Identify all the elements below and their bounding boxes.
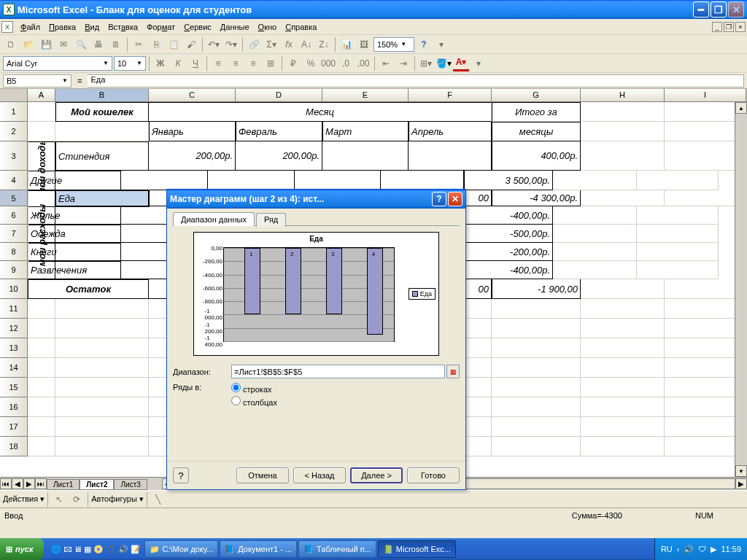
fill-color-icon[interactable]: 🪣▾: [436, 55, 452, 71]
cancel-button[interactable]: Отмена: [236, 467, 289, 483]
dialog-titlebar[interactable]: Мастер диаграмм (шаг 2 из 4): ист... ? ✕: [167, 190, 465, 209]
ql-icon[interactable]: 🖥: [74, 545, 82, 554]
underline-icon[interactable]: Ч: [187, 55, 204, 71]
task-excel[interactable]: 📗 Microsoft Exc...: [378, 540, 456, 558]
task-word[interactable]: 📘 Документ1 - ...: [220, 540, 297, 558]
ql-icon[interactable]: 🎵: [106, 545, 116, 554]
comma-icon[interactable]: 000: [320, 55, 336, 71]
toolbar-options-icon[interactable]: ▾: [433, 36, 449, 52]
doc-close-button[interactable]: ×: [735, 22, 746, 32]
align-right-icon[interactable]: ≡: [245, 55, 261, 71]
align-left-icon[interactable]: ≡: [210, 55, 226, 71]
workbook-icon[interactable]: X: [1, 21, 13, 33]
sheet-tab-3[interactable]: Лист3: [114, 479, 147, 490]
next-button[interactable]: Далее >: [350, 467, 403, 483]
vertical-scrollbar[interactable]: ▲ ▼: [735, 102, 747, 477]
help-icon[interactable]: ?: [416, 36, 432, 52]
dialog-close-button[interactable]: ✕: [448, 192, 462, 206]
paste-icon[interactable]: 📋: [166, 36, 182, 52]
zoom-box[interactable]: 150%▼: [374, 37, 414, 52]
menu-help[interactable]: Справка: [281, 21, 321, 33]
ql-icon[interactable]: 🔊: [118, 545, 128, 554]
dec-indent-icon[interactable]: ⇤: [378, 55, 394, 71]
sort-desc-icon[interactable]: Z↓: [316, 36, 332, 52]
dec-decimal-icon[interactable]: ,00: [355, 55, 371, 71]
start-button[interactable]: ⊞ пуск: [0, 538, 44, 560]
new-icon[interactable]: 🗋: [3, 36, 19, 52]
doc-min-button[interactable]: _: [712, 22, 722, 32]
tray-icon[interactable]: 🛡: [698, 545, 706, 553]
minimize-button[interactable]: ━: [693, 1, 709, 18]
autoshapes-menu[interactable]: Автофигуры ▾: [91, 494, 144, 504]
ql-icon[interactable]: 📀: [93, 545, 104, 554]
preview-icon[interactable]: 🗎: [108, 36, 124, 52]
save-icon[interactable]: 💾: [38, 36, 54, 52]
task-folder[interactable]: 📁 C:\Мои доку...: [144, 540, 219, 558]
fx-icon[interactable]: fx: [281, 36, 297, 52]
tab-last-icon[interactable]: ⏭: [35, 478, 47, 489]
chart-wizard-icon[interactable]: 📊: [338, 36, 355, 52]
finish-button[interactable]: Готово: [407, 467, 460, 483]
borders-icon[interactable]: ⊞▾: [418, 55, 434, 71]
tab-first-icon[interactable]: ⏮: [0, 478, 12, 489]
sheet-tab-1[interactable]: Лист1: [47, 479, 80, 490]
collapse-dialog-icon[interactable]: ▦: [446, 365, 460, 378]
cut-icon[interactable]: ✂: [131, 36, 147, 52]
open-icon[interactable]: 📂: [20, 36, 36, 52]
actions-menu[interactable]: Действия ▾: [3, 494, 44, 504]
search-icon[interactable]: 🔍: [73, 36, 89, 52]
redo-icon[interactable]: ↷▾: [223, 36, 239, 52]
scroll-up-icon[interactable]: ▲: [735, 102, 747, 114]
link-icon[interactable]: 🔗: [246, 36, 262, 52]
tray-icon[interactable]: ‹: [677, 545, 680, 553]
lang-indicator[interactable]: RU: [661, 545, 673, 553]
doc-restore-button[interactable]: ❐: [724, 22, 734, 32]
currency-icon[interactable]: ₽: [285, 55, 301, 71]
inc-indent-icon[interactable]: ⇥: [395, 55, 411, 71]
maximize-button[interactable]: ❐: [711, 1, 727, 18]
menu-insert[interactable]: Вставка: [104, 21, 142, 33]
drawing-icon[interactable]: 🖼: [356, 36, 372, 52]
radio-cols[interactable]: [231, 396, 241, 405]
tab-series[interactable]: Ряд: [256, 213, 286, 227]
name-box[interactable]: B5▼: [3, 74, 71, 88]
menu-format[interactable]: Формат: [142, 21, 179, 33]
ql-icon[interactable]: 🖂: [63, 545, 71, 554]
scroll-down-icon[interactable]: ▼: [735, 465, 747, 477]
pointer-icon[interactable]: ↖: [51, 491, 67, 508]
menu-view[interactable]: Вид: [80, 21, 104, 33]
sheet-tab-2[interactable]: Лист2: [80, 479, 114, 490]
tab-prev-icon[interactable]: ◀: [12, 478, 23, 489]
mail-icon[interactable]: ✉: [55, 36, 71, 52]
hscroll-right-icon[interactable]: ▶: [735, 478, 747, 489]
toolbar-options-icon[interactable]: ▾: [471, 55, 487, 71]
formula-input[interactable]: Еда: [88, 74, 744, 88]
print-icon[interactable]: 🖶: [90, 36, 107, 52]
back-button[interactable]: < Назад: [293, 467, 346, 483]
sort-asc-icon[interactable]: A↓: [298, 36, 314, 52]
dialog-help-icon[interactable]: ?: [173, 467, 189, 483]
radio-rows[interactable]: [231, 383, 241, 392]
copy-icon[interactable]: ⎘: [148, 36, 164, 52]
clock[interactable]: 11:59: [721, 545, 741, 553]
font-color-icon[interactable]: A▾: [453, 55, 469, 71]
percent-icon[interactable]: %: [303, 55, 319, 71]
ql-icon[interactable]: 🌐: [51, 545, 61, 554]
undo-icon[interactable]: ↶▾: [206, 36, 222, 52]
line-icon[interactable]: ╲: [150, 491, 166, 508]
menu-data[interactable]: Данные: [216, 21, 254, 33]
inc-decimal-icon[interactable]: ,0: [338, 55, 354, 71]
close-button[interactable]: ✕: [728, 1, 744, 18]
bold-icon[interactable]: Ж: [152, 55, 169, 71]
size-box[interactable]: ▼: [114, 56, 146, 71]
italic-icon[interactable]: К: [170, 55, 186, 71]
align-center-icon[interactable]: ≡: [228, 55, 244, 71]
menu-service[interactable]: Сервис: [179, 21, 216, 33]
font-box[interactable]: ▼: [3, 56, 112, 71]
range-input[interactable]: [231, 365, 445, 378]
menu-edit[interactable]: Правка: [44, 21, 80, 33]
ql-icon[interactable]: ▦: [84, 545, 91, 554]
task-word2[interactable]: 📘 Табличный п...: [298, 540, 376, 558]
rotate-icon[interactable]: ⟳: [69, 491, 85, 508]
tray-icon[interactable]: 🔊: [684, 545, 694, 554]
